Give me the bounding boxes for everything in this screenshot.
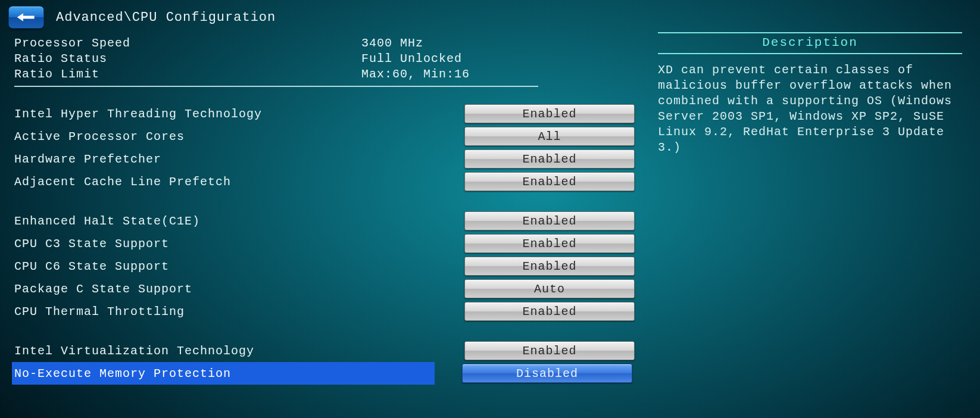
- setting-row[interactable]: CPU C6 State SupportEnabled: [14, 255, 646, 277]
- setting-value-button[interactable]: Enabled: [464, 149, 635, 169]
- group-spacer: [14, 193, 646, 210]
- setting-label: Package C State Support: [14, 277, 464, 300]
- setting-row[interactable]: Intel Hyper Threading TechnologyEnabled: [14, 102, 646, 125]
- setting-label: Adjacent Cache Line Prefetch: [14, 170, 464, 193]
- info-row: Ratio Status Full Unlocked: [14, 51, 646, 67]
- setting-label: CPU C3 State Support: [14, 232, 464, 255]
- setting-value-button[interactable]: Enabled: [464, 234, 635, 253]
- bios-screen: Advanced\CPU Configuration Processor Spe…: [0, 0, 980, 418]
- description-divider: [658, 53, 962, 54]
- main-area: Processor Speed 3400 MHz Ratio Status Fu…: [0, 29, 980, 385]
- info-row: Ratio Limit Max:60, Min:16: [14, 67, 646, 82]
- setting-label: CPU Thermal Throttling: [14, 300, 464, 323]
- setting-label: Intel Virtualization Technology: [14, 339, 464, 362]
- info-value: Max:60, Min:16: [361, 67, 470, 82]
- info-label: Ratio Status: [14, 51, 361, 67]
- description-column: Description XD can prevent certain class…: [646, 32, 980, 385]
- setting-value-button[interactable]: All: [464, 127, 635, 146]
- setting-label: Intel Hyper Threading Technology: [14, 102, 464, 125]
- setting-value-button[interactable]: Enabled: [464, 172, 635, 191]
- setting-label: Active Processor Cores: [14, 125, 464, 148]
- setting-label: No-Execute Memory Protection: [12, 362, 435, 385]
- setting-label: CPU C6 State Support: [14, 255, 464, 277]
- setting-row[interactable]: Hardware PrefetcherEnabled: [14, 148, 646, 170]
- setting-row[interactable]: Intel Virtualization TechnologyEnabled: [14, 339, 646, 362]
- info-value: 3400 MHz: [361, 36, 423, 51]
- info-label: Ratio Limit: [14, 67, 361, 82]
- setting-label: Hardware Prefetcher: [14, 148, 464, 170]
- setting-row[interactable]: CPU C3 State SupportEnabled: [14, 232, 646, 255]
- info-value: Full Unlocked: [361, 51, 462, 67]
- settings-list: Intel Hyper Threading TechnologyEnabledA…: [14, 102, 646, 385]
- setting-row[interactable]: Package C State SupportAuto: [14, 277, 646, 300]
- setting-value-button[interactable]: Enabled: [464, 302, 635, 321]
- setting-row[interactable]: Enhanced Halt State(C1E)Enabled: [14, 210, 646, 232]
- description-panel: Description XD can prevent certain class…: [658, 32, 962, 155]
- setting-value-button[interactable]: Auto: [464, 279, 635, 298]
- group-spacer: [14, 323, 646, 339]
- setting-value-button[interactable]: Enabled: [464, 257, 635, 276]
- setting-row[interactable]: CPU Thermal ThrottlingEnabled: [14, 300, 646, 323]
- cpu-info-block: Processor Speed 3400 MHz Ratio Status Fu…: [14, 36, 646, 87]
- back-arrow-icon: [16, 11, 36, 23]
- info-row: Processor Speed 3400 MHz: [14, 36, 646, 51]
- setting-value-button[interactable]: Disabled: [462, 364, 632, 383]
- setting-row[interactable]: Active Processor CoresAll: [14, 125, 646, 148]
- setting-label: Enhanced Halt State(C1E): [14, 210, 464, 232]
- info-label: Processor Speed: [14, 36, 361, 51]
- setting-row[interactable]: Adjacent Cache Line PrefetchEnabled: [14, 170, 646, 193]
- setting-value-button[interactable]: Enabled: [464, 211, 635, 230]
- settings-column: Processor Speed 3400 MHz Ratio Status Fu…: [0, 32, 646, 385]
- setting-value-button[interactable]: Enabled: [464, 104, 635, 123]
- breadcrumb: Advanced\CPU Configuration: [56, 10, 276, 25]
- header-bar: Advanced\CPU Configuration: [0, 0, 980, 29]
- description-text: XD can prevent certain classes of malici…: [658, 63, 962, 155]
- setting-value-button[interactable]: Enabled: [464, 341, 635, 360]
- setting-row[interactable]: No-Execute Memory ProtectionDisabled: [14, 362, 646, 385]
- description-title: Description: [658, 36, 962, 49]
- divider: [14, 86, 538, 87]
- back-button[interactable]: [8, 6, 44, 29]
